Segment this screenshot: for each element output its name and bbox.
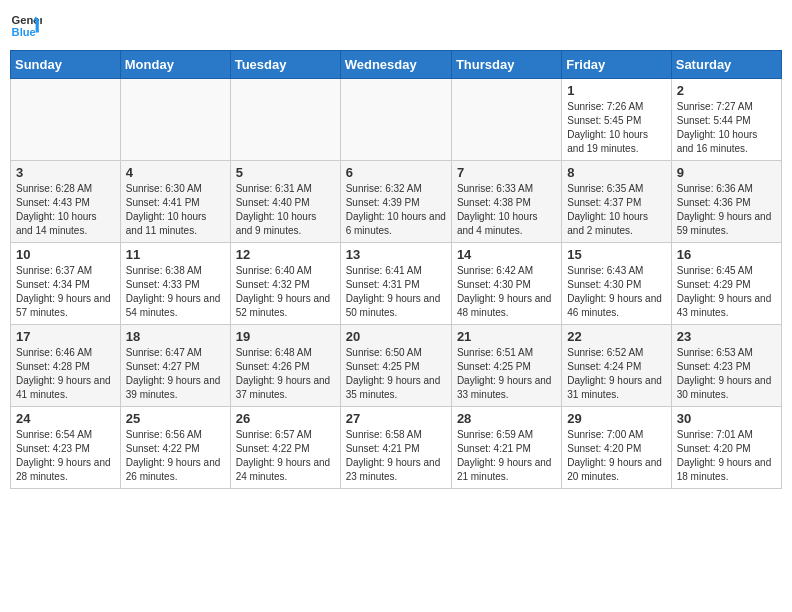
day-info: Sunrise: 6:48 AM Sunset: 4:26 PM Dayligh… xyxy=(236,346,335,402)
day-info: Sunrise: 6:38 AM Sunset: 4:33 PM Dayligh… xyxy=(126,264,225,320)
calendar-cell: 7Sunrise: 6:33 AM Sunset: 4:38 PM Daylig… xyxy=(451,161,561,243)
calendar-cell: 24Sunrise: 6:54 AM Sunset: 4:23 PM Dayli… xyxy=(11,407,121,489)
day-info: Sunrise: 6:54 AM Sunset: 4:23 PM Dayligh… xyxy=(16,428,115,484)
day-number: 12 xyxy=(236,247,335,262)
day-of-week-header: Monday xyxy=(120,51,230,79)
day-number: 4 xyxy=(126,165,225,180)
calendar-cell: 11Sunrise: 6:38 AM Sunset: 4:33 PM Dayli… xyxy=(120,243,230,325)
day-number: 21 xyxy=(457,329,556,344)
calendar-cell: 14Sunrise: 6:42 AM Sunset: 4:30 PM Dayli… xyxy=(451,243,561,325)
day-number: 18 xyxy=(126,329,225,344)
logo: General Blue xyxy=(10,10,42,42)
day-number: 19 xyxy=(236,329,335,344)
calendar-cell xyxy=(451,79,561,161)
page-header: General Blue xyxy=(10,10,782,42)
day-number: 15 xyxy=(567,247,665,262)
day-number: 2 xyxy=(677,83,776,98)
day-number: 23 xyxy=(677,329,776,344)
day-info: Sunrise: 7:00 AM Sunset: 4:20 PM Dayligh… xyxy=(567,428,665,484)
day-number: 22 xyxy=(567,329,665,344)
day-number: 7 xyxy=(457,165,556,180)
day-number: 20 xyxy=(346,329,446,344)
calendar-cell: 4Sunrise: 6:30 AM Sunset: 4:41 PM Daylig… xyxy=(120,161,230,243)
day-of-week-header: Sunday xyxy=(11,51,121,79)
day-of-week-header: Friday xyxy=(562,51,671,79)
calendar-cell: 13Sunrise: 6:41 AM Sunset: 4:31 PM Dayli… xyxy=(340,243,451,325)
day-of-week-header: Thursday xyxy=(451,51,561,79)
day-number: 29 xyxy=(567,411,665,426)
day-number: 3 xyxy=(16,165,115,180)
day-info: Sunrise: 6:46 AM Sunset: 4:28 PM Dayligh… xyxy=(16,346,115,402)
day-info: Sunrise: 6:33 AM Sunset: 4:38 PM Dayligh… xyxy=(457,182,556,238)
calendar-cell xyxy=(230,79,340,161)
day-number: 27 xyxy=(346,411,446,426)
calendar-cell: 3Sunrise: 6:28 AM Sunset: 4:43 PM Daylig… xyxy=(11,161,121,243)
calendar-week-row: 1Sunrise: 7:26 AM Sunset: 5:45 PM Daylig… xyxy=(11,79,782,161)
calendar-cell: 28Sunrise: 6:59 AM Sunset: 4:21 PM Dayli… xyxy=(451,407,561,489)
day-of-week-header: Saturday xyxy=(671,51,781,79)
day-info: Sunrise: 7:26 AM Sunset: 5:45 PM Dayligh… xyxy=(567,100,665,156)
day-info: Sunrise: 6:51 AM Sunset: 4:25 PM Dayligh… xyxy=(457,346,556,402)
day-number: 25 xyxy=(126,411,225,426)
calendar-cell: 15Sunrise: 6:43 AM Sunset: 4:30 PM Dayli… xyxy=(562,243,671,325)
day-info: Sunrise: 6:57 AM Sunset: 4:22 PM Dayligh… xyxy=(236,428,335,484)
day-info: Sunrise: 7:01 AM Sunset: 4:20 PM Dayligh… xyxy=(677,428,776,484)
day-info: Sunrise: 6:47 AM Sunset: 4:27 PM Dayligh… xyxy=(126,346,225,402)
day-info: Sunrise: 6:53 AM Sunset: 4:23 PM Dayligh… xyxy=(677,346,776,402)
day-number: 10 xyxy=(16,247,115,262)
day-info: Sunrise: 6:59 AM Sunset: 4:21 PM Dayligh… xyxy=(457,428,556,484)
day-number: 17 xyxy=(16,329,115,344)
day-info: Sunrise: 6:42 AM Sunset: 4:30 PM Dayligh… xyxy=(457,264,556,320)
day-number: 1 xyxy=(567,83,665,98)
calendar-cell: 29Sunrise: 7:00 AM Sunset: 4:20 PM Dayli… xyxy=(562,407,671,489)
svg-text:Blue: Blue xyxy=(12,26,36,38)
calendar-week-row: 17Sunrise: 6:46 AM Sunset: 4:28 PM Dayli… xyxy=(11,325,782,407)
calendar-cell: 6Sunrise: 6:32 AM Sunset: 4:39 PM Daylig… xyxy=(340,161,451,243)
day-info: Sunrise: 6:41 AM Sunset: 4:31 PM Dayligh… xyxy=(346,264,446,320)
day-number: 24 xyxy=(16,411,115,426)
calendar-cell: 20Sunrise: 6:50 AM Sunset: 4:25 PM Dayli… xyxy=(340,325,451,407)
calendar-cell: 23Sunrise: 6:53 AM Sunset: 4:23 PM Dayli… xyxy=(671,325,781,407)
day-info: Sunrise: 6:43 AM Sunset: 4:30 PM Dayligh… xyxy=(567,264,665,320)
day-info: Sunrise: 6:37 AM Sunset: 4:34 PM Dayligh… xyxy=(16,264,115,320)
calendar-cell: 12Sunrise: 6:40 AM Sunset: 4:32 PM Dayli… xyxy=(230,243,340,325)
calendar-cell: 17Sunrise: 6:46 AM Sunset: 4:28 PM Dayli… xyxy=(11,325,121,407)
calendar-week-row: 24Sunrise: 6:54 AM Sunset: 4:23 PM Dayli… xyxy=(11,407,782,489)
day-number: 8 xyxy=(567,165,665,180)
day-number: 28 xyxy=(457,411,556,426)
day-of-week-header: Tuesday xyxy=(230,51,340,79)
logo-icon: General Blue xyxy=(10,10,42,42)
day-info: Sunrise: 6:58 AM Sunset: 4:21 PM Dayligh… xyxy=(346,428,446,484)
calendar-cell xyxy=(120,79,230,161)
calendar-cell: 10Sunrise: 6:37 AM Sunset: 4:34 PM Dayli… xyxy=(11,243,121,325)
day-info: Sunrise: 7:27 AM Sunset: 5:44 PM Dayligh… xyxy=(677,100,776,156)
calendar-cell: 26Sunrise: 6:57 AM Sunset: 4:22 PM Dayli… xyxy=(230,407,340,489)
day-number: 13 xyxy=(346,247,446,262)
calendar-cell: 25Sunrise: 6:56 AM Sunset: 4:22 PM Dayli… xyxy=(120,407,230,489)
day-info: Sunrise: 6:50 AM Sunset: 4:25 PM Dayligh… xyxy=(346,346,446,402)
day-number: 11 xyxy=(126,247,225,262)
calendar-cell: 21Sunrise: 6:51 AM Sunset: 4:25 PM Dayli… xyxy=(451,325,561,407)
calendar-cell: 8Sunrise: 6:35 AM Sunset: 4:37 PM Daylig… xyxy=(562,161,671,243)
calendar-cell: 9Sunrise: 6:36 AM Sunset: 4:36 PM Daylig… xyxy=(671,161,781,243)
calendar-cell: 5Sunrise: 6:31 AM Sunset: 4:40 PM Daylig… xyxy=(230,161,340,243)
calendar-table: SundayMondayTuesdayWednesdayThursdayFrid… xyxy=(10,50,782,489)
day-info: Sunrise: 6:35 AM Sunset: 4:37 PM Dayligh… xyxy=(567,182,665,238)
day-info: Sunrise: 6:40 AM Sunset: 4:32 PM Dayligh… xyxy=(236,264,335,320)
day-number: 5 xyxy=(236,165,335,180)
calendar-cell: 16Sunrise: 6:45 AM Sunset: 4:29 PM Dayli… xyxy=(671,243,781,325)
day-number: 6 xyxy=(346,165,446,180)
day-of-week-header: Wednesday xyxy=(340,51,451,79)
day-info: Sunrise: 6:32 AM Sunset: 4:39 PM Dayligh… xyxy=(346,182,446,238)
day-number: 16 xyxy=(677,247,776,262)
day-info: Sunrise: 6:36 AM Sunset: 4:36 PM Dayligh… xyxy=(677,182,776,238)
day-info: Sunrise: 6:52 AM Sunset: 4:24 PM Dayligh… xyxy=(567,346,665,402)
calendar-cell: 18Sunrise: 6:47 AM Sunset: 4:27 PM Dayli… xyxy=(120,325,230,407)
calendar-cell xyxy=(11,79,121,161)
calendar-cell: 2Sunrise: 7:27 AM Sunset: 5:44 PM Daylig… xyxy=(671,79,781,161)
calendar-cell: 27Sunrise: 6:58 AM Sunset: 4:21 PM Dayli… xyxy=(340,407,451,489)
day-info: Sunrise: 6:28 AM Sunset: 4:43 PM Dayligh… xyxy=(16,182,115,238)
calendar-cell xyxy=(340,79,451,161)
calendar-cell: 1Sunrise: 7:26 AM Sunset: 5:45 PM Daylig… xyxy=(562,79,671,161)
calendar-week-row: 3Sunrise: 6:28 AM Sunset: 4:43 PM Daylig… xyxy=(11,161,782,243)
